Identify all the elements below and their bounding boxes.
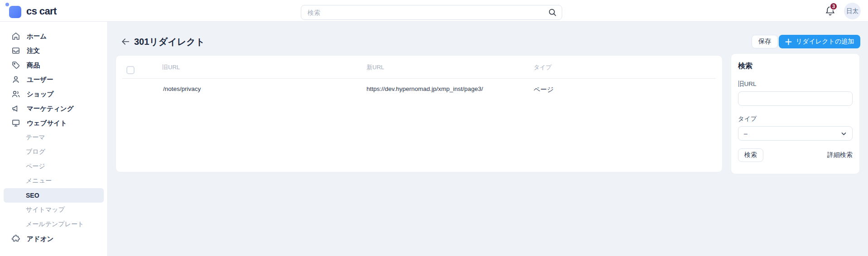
column-header-new-url: 新URL	[366, 63, 384, 71]
shops-icon	[11, 90, 20, 99]
redirects-table: 旧URL 新URL タイプ /notes/privacy https://dev…	[116, 55, 723, 172]
sidebar-item-orders[interactable]: 注文	[0, 43, 107, 58]
notification-badge: 3	[829, 2, 838, 10]
search-filter-panel: 検索 旧URL タイプ – 検索 詳細検索	[731, 53, 860, 174]
sidebar-item-label: サイトマップ	[26, 206, 65, 214]
sidebar-item-blog[interactable]: ブログ	[0, 145, 107, 159]
sidebar-item-label: アドオン	[27, 235, 53, 243]
sidebar-item-label: メニュー	[26, 177, 52, 185]
sidebar-item-label: ユーザー	[27, 76, 53, 84]
cell-old-url: /notes/privacy	[163, 85, 201, 92]
sidebar-item-menus[interactable]: メニュー	[0, 174, 107, 188]
global-search-input[interactable]	[301, 5, 562, 20]
sidebar-item-website[interactable]: ウェブサイト	[0, 116, 107, 130]
cscart-logo-icon	[9, 6, 21, 18]
sidebar-nav: ホーム 注文 商品 ユーザー ショップ マーケティング ウェブサイト テーマ	[0, 29, 107, 246]
sidebar-item-label: 注文	[27, 47, 40, 55]
sidebar-item-label: SEO	[26, 192, 39, 199]
add-redirect-label: リダイレクトの追加	[796, 38, 854, 46]
filter-old-url-label: 旧URL	[738, 80, 853, 88]
sidebar-item-products[interactable]: 商品	[0, 58, 107, 72]
topbar: cs cart 3 日太	[0, 0, 868, 22]
notifications-bell[interactable]: 3	[825, 5, 837, 17]
advanced-search-link[interactable]: 詳細検索	[827, 151, 853, 159]
logo-text: cs cart	[26, 4, 57, 18]
sidebar-item-label: ホーム	[27, 32, 47, 41]
sidebar-item-sitemap[interactable]: サイトマップ	[0, 203, 107, 217]
filter-old-url-input[interactable]	[738, 91, 853, 106]
chevron-down-icon	[841, 131, 847, 137]
home-icon	[11, 32, 20, 41]
sidebar-item-label: 商品	[27, 61, 40, 70]
cell-new-url: https://dev.hypernomad.jp/xmp_inst/page3…	[366, 85, 483, 92]
products-icon	[11, 61, 20, 70]
sidebar-item-label: テーマ	[26, 133, 45, 142]
plus-icon	[785, 38, 792, 45]
global-search	[301, 5, 562, 20]
sidebar-item-shops[interactable]: ショップ	[0, 87, 107, 101]
website-icon	[11, 119, 20, 128]
column-header-old-url: 旧URL	[162, 63, 180, 71]
cscart-logo[interactable]: cs cart	[9, 4, 57, 18]
cell-type: ページ	[534, 85, 554, 94]
sidebar-item-seo[interactable]: SEO	[4, 188, 104, 203]
sidebar-item-email-templates[interactable]: メールテンプレート	[0, 217, 107, 232]
page-title: 301リダイレクト	[134, 36, 205, 48]
sidebar-item-home[interactable]: ホーム	[0, 29, 107, 43]
sidebar-item-label: ブログ	[26, 148, 45, 156]
sidebar-item-label: マーケティング	[27, 104, 74, 113]
filter-panel-title: 検索	[738, 62, 853, 71]
sidebar: ホーム 注文 商品 ユーザー ショップ マーケティング ウェブサイト テーマ	[0, 22, 108, 256]
table-row[interactable]: /notes/privacy https://dev.hypernomad.jp…	[116, 79, 722, 100]
sidebar-item-pages[interactable]: ページ	[0, 159, 107, 174]
filter-actions: 検索 詳細検索	[738, 148, 853, 162]
sidebar-item-users[interactable]: ユーザー	[0, 72, 107, 87]
back-button[interactable]	[121, 36, 131, 47]
avatar-initials: 日太	[846, 7, 858, 15]
sidebar-item-marketing[interactable]: マーケティング	[0, 101, 107, 116]
logo-dot-icon	[5, 3, 9, 6]
arrow-left-icon	[121, 37, 130, 47]
search-icon[interactable]	[548, 8, 557, 17]
add-redirect-button[interactable]: リダイレクトの追加	[779, 35, 860, 48]
column-header-type: タイプ	[534, 63, 552, 71]
filter-search-button[interactable]: 検索	[738, 148, 763, 162]
user-avatar[interactable]: 日太	[844, 3, 861, 19]
user-icon	[11, 75, 20, 84]
marketing-icon	[11, 104, 20, 113]
select-all-checkbox[interactable]	[126, 66, 135, 74]
save-button[interactable]: 保存	[752, 35, 778, 48]
filter-type-select[interactable]: –	[738, 126, 853, 141]
addons-icon	[11, 234, 20, 243]
sidebar-item-label: ウェブサイト	[27, 119, 67, 128]
sidebar-item-label: メールテンプレート	[26, 220, 84, 228]
sidebar-item-label: ショップ	[27, 90, 53, 99]
sidebar-item-label: ページ	[26, 162, 45, 171]
filter-type-selected-value: –	[744, 130, 747, 137]
orders-icon	[11, 46, 20, 55]
sidebar-item-themes[interactable]: テーマ	[0, 130, 107, 145]
sidebar-item-addons[interactable]: アドオン	[0, 232, 107, 246]
filter-type-label: タイプ	[738, 115, 853, 123]
